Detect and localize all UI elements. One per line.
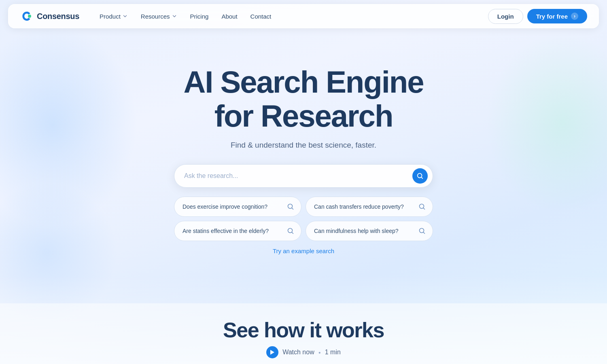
- chip-3[interactable]: Are statins effective in the elderly?: [174, 221, 301, 241]
- nav-contact[interactable]: Contact: [245, 10, 277, 23]
- search-bar: [174, 164, 433, 188]
- try-free-button[interactable]: Try for free ›: [527, 9, 587, 23]
- search-input[interactable]: [184, 172, 407, 180]
- hero-section: AI Search Engine for Research Find & und…: [0, 32, 607, 303]
- navbar-right: Login Try for free ›: [488, 9, 587, 24]
- nav-pricing[interactable]: Pricing: [185, 10, 214, 23]
- nav-about[interactable]: About: [216, 10, 243, 23]
- search-container: [174, 164, 433, 188]
- play-icon: [270, 349, 275, 355]
- logo[interactable]: Consensus: [20, 10, 79, 23]
- hero-title: AI Search Engine for Research: [183, 65, 423, 133]
- watch-row: Watch now ● 1 min: [0, 346, 607, 364]
- chevron-down-icon: [172, 13, 177, 19]
- chip-4[interactable]: Can mindfulness help with sleep?: [306, 221, 433, 241]
- see-how-title: See how it works: [0, 318, 607, 342]
- see-how-section: See how it works Watch now ● 1 min: [0, 303, 607, 364]
- chip-2[interactable]: Can cash transfers reduce poverty?: [306, 197, 433, 217]
- hero-subtitle: Find & understand the best science, fast…: [231, 141, 376, 150]
- svg-point-0: [28, 15, 31, 18]
- play-button[interactable]: [266, 346, 278, 358]
- watch-label: Watch now: [282, 349, 314, 356]
- search-button[interactable]: [412, 168, 428, 184]
- chip-search-icon: [287, 203, 295, 211]
- chip-search-icon: [418, 203, 426, 211]
- dot-separator: ●: [318, 350, 321, 355]
- login-button[interactable]: Login: [488, 9, 523, 24]
- try-example-link[interactable]: Try an example search: [273, 248, 334, 254]
- chips-row-1: Does exercise improve cognition? Can cas…: [174, 197, 433, 217]
- example-chips: Does exercise improve cognition? Can cas…: [174, 197, 433, 241]
- nav-links: Product Resources Pricing: [94, 10, 277, 23]
- navbar: Consensus Product Resources: [0, 0, 607, 32]
- nav-product[interactable]: Product: [94, 10, 134, 23]
- nav-resources[interactable]: Resources: [135, 10, 183, 23]
- chip-1[interactable]: Does exercise improve cognition?: [174, 197, 301, 217]
- logo-text: Consensus: [37, 12, 79, 21]
- chips-row-2: Are statins effective in the elderly? Ca…: [174, 221, 433, 241]
- chip-search-icon: [287, 227, 295, 235]
- arrow-icon: ›: [571, 13, 578, 20]
- chip-search-icon: [418, 227, 426, 235]
- search-icon: [416, 172, 424, 180]
- duration-label: 1 min: [325, 349, 341, 356]
- chevron-down-icon: [122, 13, 128, 19]
